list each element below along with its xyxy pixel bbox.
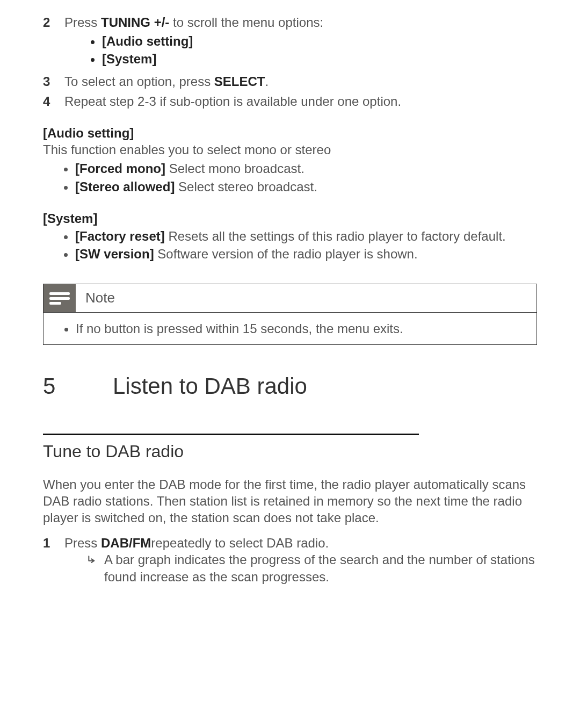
dab-step-1: 1 Press DAB/FMrepeatedly to select DAB r…	[43, 535, 537, 585]
section-paragraph: When you enter the DAB mode for the firs…	[43, 476, 537, 527]
list-item: [Factory reset] Resets all the settings …	[75, 228, 537, 244]
step-text: repeatedly to select DAB radio.	[151, 536, 329, 550]
system-list: [Factory reset] Resets all the settings …	[43, 228, 537, 262]
step-keyword: TUNING +/-	[101, 15, 169, 30]
step-number: 2	[43, 14, 64, 31]
note-box: Note If no button is pressed within 15 s…	[43, 284, 537, 345]
step-result: A bar graph indicates the progress of th…	[86, 551, 537, 585]
step-body: Repeat step 2-3 if sub-option is availab…	[64, 93, 537, 110]
item-label: [SW version]	[75, 247, 154, 261]
result-text: A bar graph indicates the progress of th…	[102, 551, 537, 585]
list-item: [Forced mono] Select mono broadcast.	[75, 160, 537, 177]
section-heading: Tune to DAB radio	[43, 441, 537, 463]
item-label: [Factory reset]	[75, 229, 165, 243]
result-arrow-icon	[86, 554, 99, 565]
option-audio-setting: [Audio setting]	[102, 33, 537, 49]
manual-page: 2 Press TUNING +/- to scroll the menu op…	[0, 0, 580, 728]
note-body: If no button is pressed within 15 second…	[44, 313, 536, 344]
step-keyword: SELECT	[214, 74, 265, 89]
chapter-title: Listen to DAB radio	[113, 372, 307, 401]
step-3: 3 To select an option, press SELECT.	[43, 73, 537, 90]
section-rule	[43, 434, 419, 435]
step-4: 4 Repeat step 2-3 if sub-option is avail…	[43, 93, 537, 110]
item-desc: Select stereo broadcast.	[175, 179, 317, 194]
item-label: [Stereo allowed]	[75, 179, 175, 194]
heading-audio-setting: [Audio setting]	[43, 125, 537, 141]
audio-setting-desc: This function enables you to select mono…	[43, 141, 537, 158]
step-body: Press TUNING +/- to scroll the menu opti…	[64, 14, 537, 70]
option-system: [System]	[102, 51, 537, 67]
step-2: 2 Press TUNING +/- to scroll the menu op…	[43, 14, 537, 70]
step-number: 4	[43, 93, 64, 110]
step-text: .	[265, 74, 269, 89]
step-number: 3	[43, 73, 64, 90]
step-text: to scroll the menu options:	[169, 15, 323, 30]
item-desc: Select mono broadcast.	[165, 161, 305, 176]
chapter-heading: 5 Listen to DAB radio	[43, 372, 537, 401]
audio-setting-list: [Forced mono] Select mono broadcast. [St…	[43, 160, 537, 194]
item-desc: Software version of the radio player is …	[154, 247, 418, 261]
list-item: [Stereo allowed] Select stereo broadcast…	[75, 178, 537, 195]
note-text: If no button is pressed within 15 second…	[76, 320, 526, 337]
step-body: Press DAB/FMrepeatedly to select DAB rad…	[64, 535, 537, 585]
item-label: [Forced mono]	[75, 161, 165, 176]
step-number: 1	[43, 535, 64, 551]
step-text: Press	[64, 536, 101, 550]
step-keyword: DAB/FM	[101, 536, 151, 550]
note-title: Note	[76, 289, 115, 307]
chapter-number: 5	[43, 372, 113, 401]
note-header: Note	[44, 284, 536, 313]
list-item: [SW version] Software version of the rad…	[75, 246, 537, 262]
note-icon	[44, 284, 76, 312]
step-body: To select an option, press SELECT.	[64, 73, 537, 90]
step-2-options: [Audio setting] [System]	[86, 33, 537, 67]
step-text: Press	[64, 15, 101, 30]
heading-system: [System]	[43, 210, 537, 227]
item-desc: Resets all the settings of this radio pl…	[165, 229, 506, 243]
step-text: To select an option, press	[64, 74, 214, 89]
